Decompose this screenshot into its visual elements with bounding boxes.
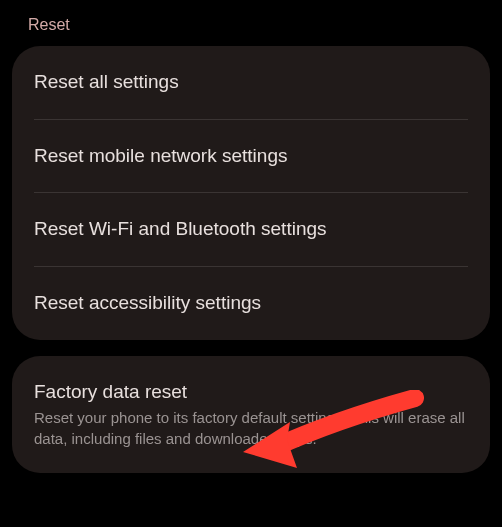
factory-data-reset-item[interactable]: Factory data reset Reset your phone to i… bbox=[12, 356, 490, 473]
reset-all-settings-item[interactable]: Reset all settings bbox=[12, 46, 490, 119]
settings-item-title: Reset accessibility settings bbox=[34, 291, 468, 316]
reset-mobile-network-item[interactable]: Reset mobile network settings bbox=[12, 120, 490, 193]
settings-item-subtitle: Reset your phone to its factory default … bbox=[34, 408, 468, 449]
reset-wifi-bluetooth-item[interactable]: Reset Wi-Fi and Bluetooth settings bbox=[12, 193, 490, 266]
factory-reset-card: Factory data reset Reset your phone to i… bbox=[12, 356, 490, 473]
reset-accessibility-item[interactable]: Reset accessibility settings bbox=[12, 267, 490, 340]
reset-options-card: Reset all settings Reset mobile network … bbox=[12, 46, 490, 340]
settings-item-title: Reset mobile network settings bbox=[34, 144, 468, 169]
settings-item-title: Factory data reset bbox=[34, 380, 468, 405]
settings-item-title: Reset all settings bbox=[34, 70, 468, 95]
settings-item-title: Reset Wi-Fi and Bluetooth settings bbox=[34, 217, 468, 242]
section-header: Reset bbox=[0, 0, 502, 46]
